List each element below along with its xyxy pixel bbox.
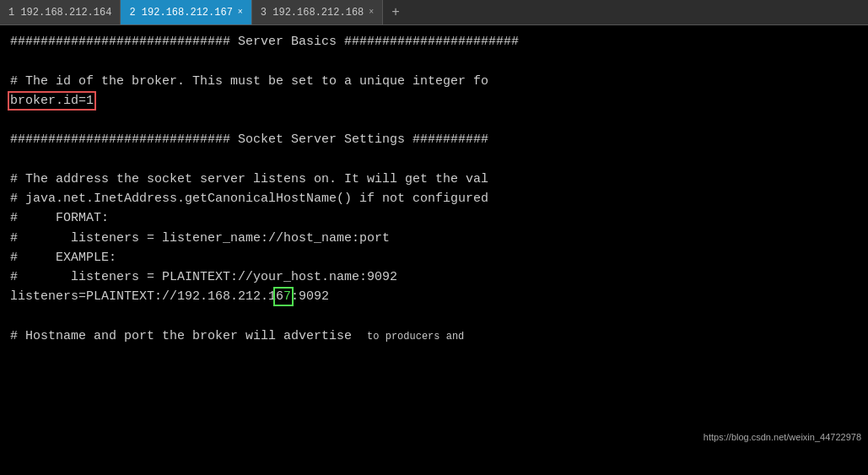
broker-id-highlight: broker.id=1 bbox=[10, 94, 94, 108]
tab-3-close[interactable]: × bbox=[369, 8, 374, 17]
line-2 bbox=[10, 51, 858, 71]
terminal-content: ############################# Server Bas… bbox=[0, 25, 868, 475]
line-7 bbox=[10, 150, 858, 170]
watermark: https://blog.csdn.net/weixin_44722978 bbox=[704, 430, 861, 445]
tab-add-button[interactable]: + bbox=[383, 5, 408, 20]
line-5 bbox=[10, 111, 858, 130]
tab-3-label: 3 192.168.212.168 bbox=[261, 7, 364, 19]
tab-bar: 1 192.168.212.164 2 192.168.212.167 × 3 … bbox=[0, 0, 868, 25]
line-8: # The address the socket server listens … bbox=[10, 170, 858, 189]
line-15 bbox=[10, 307, 858, 327]
line-3: # The id of the broker. This must be set… bbox=[10, 72, 858, 91]
tab-2-label: 2 192.168.212.167 bbox=[129, 7, 232, 19]
line-14: listeners=PLAINTEXT://192.168.212.167:90… bbox=[10, 287, 858, 306]
tab-2-close[interactable]: × bbox=[238, 8, 243, 17]
line-12: # EXAMPLE: bbox=[10, 248, 858, 267]
listener-ip-highlight: 67 bbox=[276, 289, 291, 304]
line-9: # java.net.InetAddress.getCanonicalHostN… bbox=[10, 189, 858, 208]
line-13: # listeners = PLAINTEXT://your_host.name… bbox=[10, 267, 858, 287]
line-1: ############################# Server Bas… bbox=[10, 32, 858, 51]
line-6: ############################# Socket Ser… bbox=[10, 130, 858, 149]
line-11: # listeners = listener_name://host_name:… bbox=[10, 229, 858, 248]
line-10: # FORMAT: bbox=[10, 208, 858, 228]
tab-2[interactable]: 2 192.168.212.167 × bbox=[121, 0, 251, 24]
tab-1[interactable]: 1 192.168.212.164 bbox=[0, 0, 121, 24]
tab-3[interactable]: 3 192.168.212.168 × bbox=[252, 0, 383, 24]
line-4: broker.id=1 bbox=[10, 91, 858, 111]
line-16: # Hostname and port the broker will adve… bbox=[10, 327, 858, 346]
tab-1-label: 1 192.168.212.164 bbox=[8, 7, 111, 19]
